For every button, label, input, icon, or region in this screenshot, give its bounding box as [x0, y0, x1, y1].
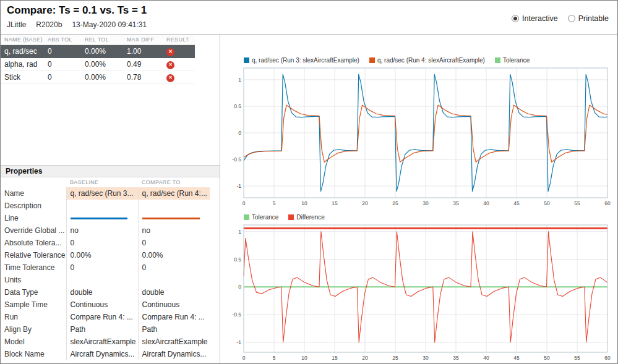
legend-item: Tolerance [495, 57, 530, 64]
col-name-base: NAME (BASE) [1, 35, 44, 45]
charts-panel: q, rad/sec (Run 3: slexAircraftExample)q… [220, 35, 617, 363]
x-tick-label: 35 [453, 200, 459, 206]
x-tick-label: 0 [242, 355, 246, 361]
legend-item: Difference [288, 214, 324, 221]
property-value-compare[interactable]: 0 [138, 261, 210, 274]
comparison-results-area: NAME (BASE) ABS TOL REL TOL MAX DIFF RES… [1, 35, 220, 166]
property-value-baseline[interactable]: 0 [66, 261, 138, 274]
property-label: Relative Tolerance [1, 249, 66, 261]
property-value-compare[interactable]: 0.00% [138, 249, 210, 261]
compare-line-color-swatch [142, 218, 200, 219]
properties-table: BASELINE COMPARE TO Nameq, rad/sec (Run … [1, 177, 210, 360]
property-value-compare[interactable]: Path [138, 323, 210, 336]
legend-color-swatch [244, 214, 249, 220]
radio-interactive[interactable]: Interactive [512, 14, 558, 23]
difference-chart[interactable]: 051015202530354045505560-1-0.500.51 [228, 222, 611, 362]
property-label: Run [1, 311, 66, 323]
property-value-compare[interactable]: 0 [138, 237, 210, 249]
radio-printable-label: Printable [578, 14, 609, 23]
x-tick-label: 60 [604, 355, 611, 361]
y-tick-label: 0.5 [234, 256, 241, 263]
comparison-row[interactable]: alpha, rad00.00%0.49✕ [1, 58, 195, 71]
top-chart-legend: q, rad/sec (Run 3: slexAircraftExample)q… [244, 56, 612, 64]
x-tick-label: 15 [332, 200, 338, 206]
property-label: Override Global ... [1, 224, 66, 237]
col-result: RESULT [163, 35, 195, 45]
abs-tol-cell[interactable]: 0 [44, 71, 81, 84]
signal-name-cell: alpha, rad [1, 58, 44, 71]
max-diff-cell: 1.00 [123, 45, 163, 58]
property-value-baseline[interactable]: double [66, 286, 138, 298]
property-value-compare[interactable]: double [138, 286, 210, 298]
property-value-baseline[interactable]: 0.00% [66, 249, 138, 261]
col-max-diff: MAX DIFF [123, 35, 163, 45]
radio-printable[interactable]: Printable [568, 14, 609, 23]
abs-tol-cell[interactable]: 0 [44, 58, 81, 71]
comparison-row[interactable]: Stick00.00%0.78✕ [1, 71, 195, 84]
result-cell: ✕ [163, 71, 195, 84]
x-tick-label: 5 [273, 355, 276, 361]
property-row: RunCompare Run 4: ...Compare Run 4: ... [1, 311, 210, 323]
property-row: Override Global ...nono [1, 224, 210, 237]
property-value-baseline[interactable] [66, 200, 138, 212]
property-value-compare[interactable] [138, 274, 210, 286]
max-diff-cell: 0.78 [123, 71, 163, 84]
rel-tol-cell[interactable]: 0.00% [81, 71, 123, 84]
property-value-baseline[interactable]: Path [66, 323, 138, 336]
property-value-baseline[interactable] [66, 212, 138, 224]
property-value-compare[interactable] [138, 200, 210, 212]
x-tick-label: 20 [362, 200, 368, 206]
property-value-baseline[interactable]: q, rad/sec (Run 3... [66, 187, 138, 200]
signals-chart[interactable]: 051015202530354045505560-1-0.500.51 [228, 66, 611, 208]
simulation-data-inspector-window: Compare: Ts = 0.1 vs. Ts = 1 JLittle R20… [0, 0, 618, 364]
y-tick-label: 0 [238, 130, 241, 136]
result-fail-icon: ✕ [166, 61, 174, 69]
x-tick-label: 25 [392, 355, 398, 361]
property-label: Description [1, 200, 66, 212]
property-value-compare[interactable]: q, rad/sec (Run 4:... [138, 187, 210, 200]
baseline-line-color-swatch [71, 218, 128, 219]
property-label: Name [1, 187, 66, 200]
radio-printable-icon[interactable] [568, 15, 575, 22]
legend-color-swatch [244, 57, 249, 63]
properties-panel-header[interactable]: Properties [1, 166, 220, 177]
x-tick-label: 25 [392, 200, 398, 206]
x-tick-label: 30 [423, 355, 429, 361]
properties-table-header: BASELINE COMPARE TO [1, 177, 210, 187]
property-value-baseline[interactable]: Aircraft Dynamics... [66, 348, 138, 360]
property-value-compare[interactable]: Continuous [138, 298, 210, 311]
rel-tol-cell[interactable]: 0.00% [81, 58, 123, 71]
property-value-baseline[interactable] [66, 274, 138, 286]
property-value-compare[interactable]: Aircraft Dynamics... [138, 348, 210, 360]
rel-tol-cell[interactable]: 0.00% [81, 45, 123, 58]
y-tick-label: 1 [238, 77, 241, 83]
radio-interactive-icon[interactable] [512, 15, 519, 22]
x-tick-label: 0 [242, 200, 246, 206]
property-row: Align ByPathPath [1, 323, 210, 336]
property-value-baseline[interactable]: slexAircraftExample [66, 336, 138, 348]
x-tick-label: 10 [301, 355, 307, 361]
property-value-baseline[interactable]: 0 [66, 237, 138, 249]
col-property [1, 177, 66, 187]
property-value-compare[interactable]: Compare Run 4: ... [138, 311, 210, 323]
x-tick-label: 15 [332, 355, 338, 361]
property-value-compare[interactable] [138, 212, 210, 224]
x-tick-label: 55 [574, 355, 580, 361]
property-value-compare[interactable]: no [138, 224, 210, 237]
comparison-row[interactable]: q, rad/sec00.00%1.00✕ [1, 45, 195, 58]
property-label: Units [1, 274, 66, 286]
legend-label: q, rad/sec (Run 3: slexAircraftExample) [252, 57, 359, 64]
col-rel-tol: REL TOL [81, 35, 123, 45]
y-tick-label: 0.5 [234, 103, 241, 109]
legend-label: Tolerance [503, 57, 530, 64]
abs-tol-cell[interactable]: 0 [44, 45, 81, 58]
property-value-compare[interactable]: slexAircraftExample [138, 336, 210, 348]
property-value-baseline[interactable]: no [66, 224, 138, 237]
result-fail-icon: ✕ [166, 48, 174, 56]
property-value-baseline[interactable]: Continuous [66, 298, 138, 311]
comparison-table: NAME (BASE) ABS TOL REL TOL MAX DIFF RES… [1, 35, 195, 84]
property-value-baseline[interactable]: Compare Run 4: ... [66, 311, 138, 323]
legend-label: Tolerance [252, 214, 278, 221]
result-fail-icon: ✕ [166, 74, 174, 82]
col-compare-to: COMPARE TO [138, 177, 210, 187]
